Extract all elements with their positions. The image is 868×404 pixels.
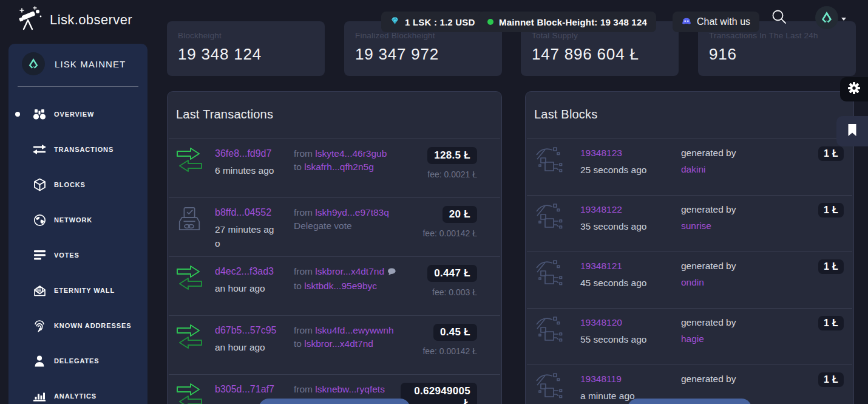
transfer-arrows-icon xyxy=(176,147,215,197)
transaction-id-link[interactable]: d4ec2...f3ad3 xyxy=(215,266,274,276)
block-time: 35 seconds ago xyxy=(580,220,665,233)
block-row: 19348123 25 seconds ago generated by dak… xyxy=(527,139,852,195)
telescope-logo-icon xyxy=(16,6,44,34)
sidebar-item-label: ETERNITY WALL xyxy=(54,287,115,294)
transaction-id-link[interactable]: 36fe8...fd9d7 xyxy=(215,148,271,159)
mining-icon xyxy=(535,372,580,404)
brand-name: Lisk.observer xyxy=(50,12,132,28)
transaction-time: an hour ago xyxy=(215,282,278,295)
stat-label: Blockheight xyxy=(178,31,314,40)
sidebar-item-votes[interactable]: VOTES xyxy=(8,238,147,273)
sidebar-item-analytics[interactable]: ANALYTICS xyxy=(8,378,147,404)
account-menu[interactable] xyxy=(815,6,838,29)
from-address-link[interactable]: lskyte4...46r3gub xyxy=(315,148,387,159)
sidebar-item-delegates[interactable]: DELEGATES xyxy=(8,343,147,378)
discord-icon xyxy=(682,16,691,27)
delegate-link[interactable]: hagie xyxy=(681,332,704,346)
block-id-link[interactable]: 19348121 xyxy=(580,261,622,271)
swap-arrows-icon xyxy=(32,144,47,155)
sidebar-item-blocks[interactable]: BLOCKS xyxy=(8,167,147,202)
fee-label: fee: 0.0021 Ł xyxy=(421,168,477,182)
chat-with-us-button[interactable]: Chat with us xyxy=(673,12,759,32)
block-id-link[interactable]: 19348122 xyxy=(580,204,622,214)
transaction-time: 6 minutes ago xyxy=(215,164,278,177)
to-address-link[interactable]: lsktbdk...95e9byc xyxy=(304,281,377,291)
sidebar-item-label: VOTES xyxy=(54,252,80,259)
sidebar-item-label: ANALYTICS xyxy=(54,392,97,400)
amount-badge: 0.447 Ł xyxy=(427,265,477,282)
settings-button[interactable] xyxy=(840,77,868,101)
from-address-link[interactable]: lsknebw...ryqfets xyxy=(315,384,385,394)
sidebar-item-eternity-wall[interactable]: ETERNITY WALL xyxy=(8,273,147,308)
bookmark-button[interactable] xyxy=(836,116,868,146)
block-id-link[interactable]: 19348123 xyxy=(580,148,622,158)
mining-icon xyxy=(535,203,580,252)
delegate-link[interactable]: ondin xyxy=(681,276,704,289)
load-more-blocks-button[interactable] xyxy=(628,399,752,404)
gear-icon xyxy=(847,81,861,97)
stat-card-blockheight: Blockheight 19 348 124 xyxy=(167,21,325,76)
sidebar-item-label: KNOWN ADDRESSES xyxy=(54,322,131,329)
block-time: 55 seconds ago xyxy=(580,333,665,346)
sidebar-item-overview[interactable]: OVERVIEW xyxy=(8,97,147,132)
transaction-id-link[interactable]: b8ffd...04552 xyxy=(215,207,271,217)
sidebar-divider xyxy=(18,86,138,87)
amount-badge: 0.62949005 Ł xyxy=(401,383,477,404)
block-row: 19348122 35 seconds ago generated by sun… xyxy=(527,195,852,252)
sidebar-item-network[interactable]: NETWORK xyxy=(8,202,147,238)
block-time: 45 seconds ago xyxy=(580,276,665,290)
amount-badge: 0.45 Ł xyxy=(433,324,477,341)
to-address-link[interactable]: lskbror...x4dt7nd xyxy=(304,338,373,349)
to-address-link[interactable]: lskafrh...qfh2n5g xyxy=(304,162,374,172)
last-blocks-panel: Last Blocks 19348123 25 seconds ago gene… xyxy=(525,91,854,404)
generated-by-label: generated by xyxy=(681,316,742,329)
last-blocks-title: Last Blocks xyxy=(526,92,853,139)
reward-badge: 1 Ł xyxy=(818,259,844,274)
stat-label: Transactions In The Last 24h xyxy=(709,31,845,40)
transaction-row: d4ec2...f3ad3 an hour ago from lskbror..… xyxy=(169,256,500,315)
message-bubble-icon xyxy=(387,266,396,279)
block-height-label: Mainnet Block-Height: 19 348 124 xyxy=(499,17,647,27)
brand[interactable]: Lisk.observer xyxy=(16,6,132,34)
from-label: from xyxy=(294,266,313,276)
transaction-id-link[interactable]: d67b5...57c95 xyxy=(215,325,276,335)
fee-label: fee: 0.00142 Ł xyxy=(421,227,477,241)
envelope-icon xyxy=(32,285,47,296)
cube-icon xyxy=(32,178,47,191)
load-more-transactions-button[interactable] xyxy=(259,399,410,404)
fee-label: fee: 0.003 Ł xyxy=(421,286,477,300)
transaction-id-link[interactable]: b305d...71af7 xyxy=(215,384,274,394)
list-icon xyxy=(32,250,47,260)
fee-label: fee: 0.00142 Ł xyxy=(421,345,477,358)
block-row: 19348121 45 seconds ago generated by ond… xyxy=(527,252,852,308)
reward-badge: 1 Ł xyxy=(818,203,844,217)
from-address-link[interactable]: lskh9yd...e97t83q xyxy=(315,207,389,217)
block-id-link[interactable]: 19348119 xyxy=(580,374,622,384)
delegate-link[interactable]: sunrise xyxy=(681,219,711,233)
network-name: LISK MAINNET xyxy=(55,59,126,69)
from-address-link[interactable]: lsku4fd...ewywwnh xyxy=(315,325,393,335)
transaction-row: b8ffd...04552 27 minutes ago from lskh9y… xyxy=(169,197,500,256)
delegate-link[interactable]: dakini xyxy=(681,163,706,176)
transaction-row: d67b5...57c95 an hour ago from lsku4fd..… xyxy=(169,315,500,374)
sidebar-menu: OVERVIEW TRANSACTIONS BLOCKS xyxy=(8,87,147,404)
sidebar-item-transactions[interactable]: TRANSACTIONS xyxy=(8,132,147,167)
generated-by-label: generated by xyxy=(681,146,742,160)
transaction-row: 36fe8...fd9d7 6 minutes ago from lskyte4… xyxy=(169,139,500,197)
mining-icon xyxy=(535,259,580,308)
generated-by-label: generated by xyxy=(681,372,742,386)
price-badge: 1 LSK : 1.2 USD xyxy=(381,12,484,32)
bar-chart-icon xyxy=(32,391,47,402)
sidebar-item-label: BLOCKS xyxy=(54,181,86,188)
transaction-subtitle: Delegate vote xyxy=(294,219,401,233)
block-id-link[interactable]: 19348120 xyxy=(580,317,622,327)
ballot-box-icon xyxy=(176,206,215,256)
generated-by-label: generated by xyxy=(681,203,742,216)
mining-icon xyxy=(535,316,580,365)
sidebar-item-known-addresses[interactable]: KNOWN ADDRESSES xyxy=(8,308,147,343)
caret-down-icon[interactable] xyxy=(841,18,846,21)
transfer-arrows-icon xyxy=(176,265,215,315)
stat-label: Total Supply xyxy=(532,31,668,40)
search-icon[interactable] xyxy=(771,9,787,25)
from-address-link[interactable]: lskbror...x4dt7nd xyxy=(315,266,384,276)
